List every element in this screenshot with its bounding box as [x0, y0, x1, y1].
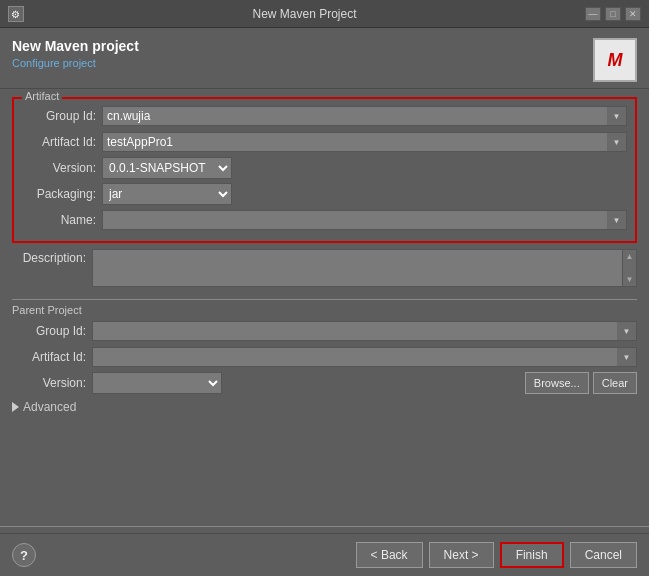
parent-artifact-id-label: Artifact Id:: [12, 350, 92, 364]
footer-left: ?: [12, 543, 36, 567]
packaging-row: Packaging: jar war pom ear: [22, 183, 627, 205]
parent-artifact-id-arrow[interactable]: ▼: [617, 347, 637, 367]
app-icon: ⚙: [8, 6, 24, 22]
close-button[interactable]: ✕: [625, 7, 641, 21]
version-row: Version: 0.0.1-SNAPSHOT 1.0-SNAPSHOT 1.0…: [22, 157, 627, 179]
name-dropdown-arrow[interactable]: ▼: [607, 210, 627, 230]
parent-group-id-container: ▼: [92, 321, 637, 341]
help-button[interactable]: ?: [12, 543, 36, 567]
description-input[interactable]: [93, 250, 622, 286]
artifact-section: Artifact Group Id: ▼ Artifact Id: ▼ Ver: [12, 97, 637, 243]
packaging-select[interactable]: jar war pom ear: [102, 183, 232, 205]
footer-buttons: < Back Next > Finish Cancel: [356, 542, 637, 568]
configure-link[interactable]: Configure project: [12, 57, 96, 69]
artifact-id-field-container: ▼: [102, 132, 627, 152]
name-row: Name: ▼: [22, 209, 627, 231]
group-id-input[interactable]: [102, 106, 607, 126]
minimize-button[interactable]: —: [585, 7, 601, 21]
version-select[interactable]: 0.0.1-SNAPSHOT 1.0-SNAPSHOT 1.0.0: [102, 157, 232, 179]
footer-separator: [0, 526, 649, 527]
parent-group-id-input[interactable]: [92, 321, 617, 341]
group-id-field-container: ▼: [102, 106, 627, 126]
maven-logo: M: [593, 38, 637, 82]
version-label: Version:: [22, 161, 102, 175]
parent-artifact-id-input[interactable]: [92, 347, 617, 367]
artifact-id-row: Artifact Id: ▼: [22, 131, 627, 153]
window-title: New Maven Project: [24, 7, 585, 21]
artifact-id-dropdown-arrow[interactable]: ▼: [607, 132, 627, 152]
advanced-label: Advanced: [23, 400, 76, 414]
titlebar: ⚙ New Maven Project — □ ✕: [0, 0, 649, 28]
parent-version-select[interactable]: [92, 372, 222, 394]
description-box: ▲ ▼: [92, 249, 637, 287]
header-text: New Maven project Configure project: [12, 38, 139, 70]
svg-text:⚙: ⚙: [11, 9, 20, 20]
advanced-triangle-icon: [12, 402, 19, 412]
description-row: Description: ▲ ▼: [12, 249, 637, 293]
parent-group-id-label: Group Id:: [12, 324, 92, 338]
content-area: Artifact Group Id: ▼ Artifact Id: ▼ Ver: [0, 89, 649, 526]
dialog-header: New Maven project Configure project M: [0, 28, 649, 89]
browse-button[interactable]: Browse...: [525, 372, 589, 394]
parent-artifact-id-row: Artifact Id: ▼: [12, 346, 637, 368]
packaging-label: Packaging:: [22, 187, 102, 201]
next-button[interactable]: Next >: [429, 542, 494, 568]
cancel-button[interactable]: Cancel: [570, 542, 637, 568]
name-input[interactable]: [102, 210, 607, 230]
finish-button[interactable]: Finish: [500, 542, 564, 568]
main-window: New Maven project Configure project M Ar…: [0, 28, 649, 576]
artifact-section-label: Artifact: [22, 90, 62, 102]
parent-version-row: Version: Browse... Clear: [12, 372, 637, 394]
parent-group-id-arrow[interactable]: ▼: [617, 321, 637, 341]
dialog-title: New Maven project: [12, 38, 139, 54]
name-field-container: ▼: [102, 210, 627, 230]
description-scrollbar[interactable]: ▲ ▼: [622, 250, 636, 286]
artifact-id-input[interactable]: [102, 132, 607, 152]
parent-section-title: Parent Project: [12, 304, 637, 316]
footer: ? < Back Next > Finish Cancel: [0, 533, 649, 576]
parent-project-section: Parent Project Group Id: ▼ Artifact Id: …: [12, 299, 637, 394]
parent-version-label: Version:: [12, 376, 92, 390]
window-controls: — □ ✕: [585, 7, 641, 21]
group-id-dropdown-arrow[interactable]: ▼: [607, 106, 627, 126]
description-label: Description:: [12, 251, 92, 265]
group-id-label: Group Id:: [22, 109, 102, 123]
group-id-row: Group Id: ▼: [22, 105, 627, 127]
parent-group-id-row: Group Id: ▼: [12, 320, 637, 342]
back-button[interactable]: < Back: [356, 542, 423, 568]
advanced-row[interactable]: Advanced: [12, 400, 637, 414]
name-label: Name:: [22, 213, 102, 227]
parent-artifact-id-container: ▼: [92, 347, 637, 367]
maximize-button[interactable]: □: [605, 7, 621, 21]
clear-button[interactable]: Clear: [593, 372, 637, 394]
artifact-id-label: Artifact Id:: [22, 135, 102, 149]
